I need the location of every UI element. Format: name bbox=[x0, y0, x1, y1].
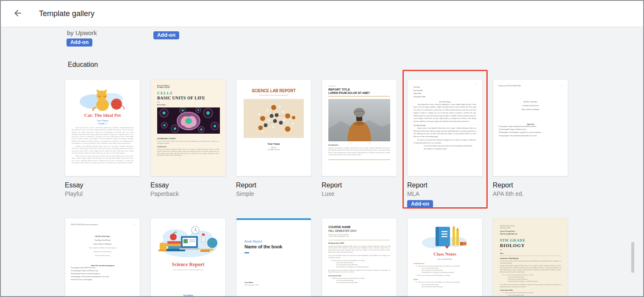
template-card-class-notes[interactable]: Class Notes Date: 09/04/20XX Social Scie… bbox=[407, 218, 483, 297]
doc-instructor: Instructor (for student papers) bbox=[71, 250, 134, 254]
template-thumbnail: TITLE OF YOUR PAPER (for professional pa… bbox=[65, 218, 140, 297]
page-title: Template gallery bbox=[39, 9, 94, 18]
doc-title: CELLS bbox=[157, 91, 219, 95]
template-card-biology-notes[interactable]: Brookside School for Science Fall Semest… bbox=[493, 218, 568, 297]
doc-text: Ut wisi enim ad minim veniam, quis nostr… bbox=[500, 260, 561, 264]
doc-heading: Notes bbox=[500, 253, 561, 256]
template-subtitle: APA 6th ed. bbox=[493, 190, 568, 197]
template-card-report-mla[interactable]: 1 Your Name Professor Name Subject Name … bbox=[407, 79, 483, 208]
doc-author: By Your Name bbox=[157, 104, 219, 106]
back-button[interactable] bbox=[9, 6, 26, 22]
template-card-course-notes[interactable]: COURSE NAME FALL SEMESTER 20XX INSTRUCTO… bbox=[322, 218, 397, 297]
doc-text: Duis autem vel eum iriure dolor in hendr… bbox=[414, 139, 476, 145]
doc-meta: 4TH GRADE SCIENCE bbox=[236, 149, 311, 151]
template-title: Report bbox=[407, 182, 483, 189]
doc-author: Your Name bbox=[244, 281, 303, 283]
doc-running-head: Running head: TITLE OF YOUR PAPER bbox=[499, 85, 521, 87]
doc-school: Name of School or Institution bbox=[71, 242, 134, 246]
doc-title: Full Title of Your Paper bbox=[71, 235, 134, 239]
doc-heading: INTRODUCTION bbox=[157, 138, 219, 140]
template-thumbnail: Running head: TITLE OF YOUR PAPER 1 Full… bbox=[493, 79, 568, 176]
doc-meta: Your Name bbox=[414, 86, 476, 89]
template-byline: by Upwork bbox=[67, 29, 97, 36]
template-card-essay-playful[interactable]: Cat: The Ideal Pet Your Name Grade 7 Lor… bbox=[65, 79, 140, 208]
doc-text: Fourth paragraph: Contact information (m… bbox=[499, 135, 562, 138]
doc-title: Science Report bbox=[151, 261, 225, 268]
template-card-science-report[interactable]: Science Report Lorem ipsum dolor sit ame… bbox=[150, 218, 226, 297]
cat-illustration bbox=[77, 84, 128, 112]
addon-badge: Add-on bbox=[67, 38, 92, 47]
template-card-report-apa6[interactable]: Running head: TITLE OF YOUR PAPER 1 Full… bbox=[493, 79, 568, 208]
template-thumbnail: BIOLOGY PERIOD 1 BY WENDY WRITER CELLS B… bbox=[150, 79, 226, 176]
doc-text: Ut wisi enim ad minim veniam, quis nostr… bbox=[157, 140, 219, 145]
doc-running-head: TITLE OF YOUR PAPER (for professional pa… bbox=[71, 224, 98, 226]
template-thumbnail: Science Report Lorem ipsum dolor sit ame… bbox=[150, 218, 226, 297]
doc-page-number: 1 bbox=[561, 85, 562, 87]
doc-heading: Introduction: Why Biology? bbox=[500, 258, 561, 259]
doc-author: Your Name bbox=[236, 143, 311, 145]
molecule-illustration bbox=[244, 99, 304, 138]
template-card-essay-paperback[interactable]: BIOLOGY PERIOD 1 BY WENDY WRITER CELLS B… bbox=[150, 79, 226, 208]
doc-heading: Introduction bbox=[328, 144, 390, 146]
doc-text: Duis autem vel eum iriure dolor in hendr… bbox=[500, 284, 561, 288]
doc-heading: Social Science bbox=[414, 262, 476, 264]
doc-heading: SECTION HEADER bbox=[414, 125, 476, 126]
science-illustration bbox=[156, 224, 220, 260]
doc-date: Date: 09/04/20XX bbox=[408, 258, 482, 260]
doc-email: Email: ms_reply@example.com bbox=[500, 233, 561, 235]
doc-title: COURSE NAME bbox=[328, 225, 383, 229]
template-thumbnail: Class Notes Date: 09/04/20XX Social Scie… bbox=[407, 218, 483, 297]
addon-badge: Add-on bbox=[407, 200, 433, 208]
accent-dash bbox=[244, 252, 249, 253]
doc-text: Duis autem vel eum iriure dolor in hendr… bbox=[328, 270, 390, 274]
hiker-photo bbox=[328, 99, 390, 141]
template-gallery-window: Template gallery by Upwork Add-on Add-on… bbox=[0, 0, 644, 297]
doc-date: Date (for student papers) bbox=[71, 254, 134, 258]
doc-bullet: Quis nostrud exerci tation ullamcorper. bbox=[334, 282, 390, 284]
doc-title: Full Title of Your Paper bbox=[499, 100, 562, 104]
doc-heading: Math bbox=[414, 278, 476, 280]
template-title: Report bbox=[322, 182, 397, 189]
doc-page-number: 1 bbox=[133, 224, 134, 226]
doc-title: Title of Your Report bbox=[414, 101, 476, 103]
doc-subtitle: Lorem ipsum dolor sit amet, consectetuer… bbox=[236, 94, 311, 96]
doc-author: Your Name bbox=[151, 294, 225, 297]
doc-title: BASIC UNITS OF LIFE bbox=[157, 96, 219, 100]
doc-text: Quisque rutrum. Aenean imperdiet. Etiam … bbox=[72, 146, 133, 154]
doc-text: Fourth paragraph: Contact information (m… bbox=[71, 275, 134, 278]
doc-author: Your Name (First M. Last) bbox=[499, 104, 562, 108]
template-thumbnail: SCIENCE LAB REPORT Lorem ipsum dolor sit… bbox=[236, 79, 311, 176]
doc-text: Second paragraph: Changes in affiliation… bbox=[71, 270, 134, 272]
doc-title: SCIENCE LAB REPORT bbox=[241, 88, 307, 93]
doc-meta: E: WENDYWRITER@EXAMPLE.COM bbox=[328, 236, 390, 238]
molecule-panel bbox=[244, 99, 304, 138]
vertical-scrollbar-thumb[interactable] bbox=[631, 242, 634, 273]
template-thumbnail: Cat: The Ideal Pet Your Name Grade 7 Lor… bbox=[65, 79, 140, 176]
arrow-back-icon bbox=[13, 8, 23, 20]
doc-page-number: 1 bbox=[476, 83, 477, 85]
doc-text: Quisque rutrum. Aenean imperdiet. Etiam … bbox=[414, 127, 476, 138]
doc-text: First paragraph: Complete departmental a… bbox=[499, 125, 562, 128]
doc-text: Third paragraph: Acknowledgments, fundin… bbox=[499, 131, 562, 134]
doc-title: BIOLOGY bbox=[500, 243, 561, 248]
template-card-report-luxe[interactable]: OVERLAND REPORT TITLE LOREM IPSUM DOLOR … bbox=[322, 79, 397, 208]
template-title: Report bbox=[236, 182, 311, 189]
doc-course: Course Number and Name (for student pape… bbox=[71, 246, 134, 250]
template-thumbnail: Book Report Name of the book Your Name 4… bbox=[236, 218, 311, 297]
template-card-paper-apa7[interactable]: TITLE OF YOUR PAPER (for professional pa… bbox=[65, 218, 140, 297]
doc-kicker: OVERLAND bbox=[328, 86, 390, 87]
template-title: Report bbox=[493, 182, 568, 189]
doc-semester: Fall Semester 20XX bbox=[500, 227, 561, 229]
template-card-book-report[interactable]: Book Report Name of the book Your Name 4… bbox=[236, 218, 311, 297]
doc-text: Indent the first line of each paragraph. bbox=[71, 278, 134, 281]
accent-bar bbox=[236, 218, 311, 220]
template-card-report-simple[interactable]: SCIENCE LAB REPORT Lorem ipsum dolor sit… bbox=[236, 79, 311, 208]
doc-heading: Lorem ipsum dolor bbox=[328, 275, 390, 277]
doc-date: 04 September 20XX bbox=[328, 242, 390, 244]
doc-bullet: Suscipit lobortis nisl ut aliquip ex ea … bbox=[506, 280, 561, 283]
template-title: Essay bbox=[150, 182, 226, 189]
doc-subtitle: Lorem ipsum dolor sit amet, consectetuer… bbox=[151, 269, 225, 271]
doc-text: Lorem ipsum dolor sit amet, consectetuer… bbox=[72, 127, 133, 145]
doc-bullet: Suscipit lobortis nisl ut aliquip ex ea … bbox=[334, 266, 390, 268]
template-thumbnail: 1 Your Name Professor Name Subject Name … bbox=[407, 79, 483, 176]
